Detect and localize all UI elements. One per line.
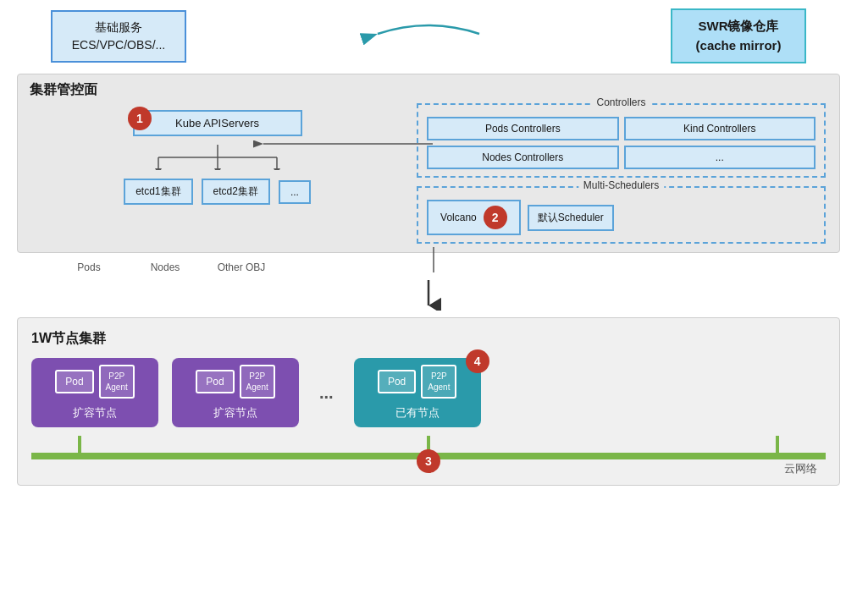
cloud-network-container: 3 云网络	[31, 436, 826, 476]
expand-label-1: 扩容节点	[73, 405, 117, 421]
nodes-label: Nodes	[127, 261, 203, 273]
pod-box-2: Pod	[196, 370, 234, 393]
pod-box-3: Pod	[378, 370, 416, 393]
nodes-row: Pod P2P Agent 扩容节点 Pod P2P Agent	[31, 358, 826, 427]
nodes-controllers-box: Nodes Controllers	[427, 146, 618, 169]
etcd2-box: etcd2集群	[202, 179, 270, 205]
kube-apiserver-box: Kube APIServers	[133, 110, 302, 136]
badge-2: 2	[484, 206, 507, 229]
p2p-box-2: P2P Agent	[240, 365, 275, 399]
nodes-ellipsis: ...	[312, 383, 340, 403]
kind-controllers-box: Kind Controllers	[624, 117, 816, 140]
node3-inner: Pod P2P Agent	[378, 365, 457, 399]
svg-marker-6	[155, 168, 162, 170]
main-container: 基础服务 ECS/VPC/OBS/... SWR镜像仓库 (cache mirr…	[0, 0, 857, 616]
arrow-down-container	[17, 280, 840, 311]
green-line-1	[78, 436, 81, 453]
default-scheduler-box: 默认Scheduler	[528, 205, 614, 231]
swr-line1: SWR镜像仓库	[699, 19, 779, 33]
basic-services-line1: 基础服务	[95, 20, 142, 34]
other-obj-label: Other OBJ	[203, 261, 279, 273]
cluster-panel-title: 集群管控面	[30, 81, 97, 99]
badge-4-container: 4	[466, 349, 489, 373]
badge-1: 1	[128, 107, 152, 130]
pods-controllers-box: Pods Controllers	[427, 117, 618, 140]
swr-arrow-svg	[344, 8, 513, 59]
expand-label-2: 扩容节点	[213, 405, 257, 421]
badge-3: 3	[417, 449, 440, 473]
svg-marker-8	[274, 168, 280, 170]
pod-box-1: Pod	[55, 370, 93, 393]
top-section: 基础服务 ECS/VPC/OBS/... SWR镜像仓库 (cache mirr…	[17, 8, 840, 63]
volcano-box: Volcano 2	[427, 200, 521, 235]
existing-label: 已有节点	[395, 405, 440, 421]
swr-line2: (cache mirror)	[696, 38, 782, 52]
basic-services-box: 基础服务 ECS/VPC/OBS/...	[51, 10, 186, 63]
down-arrow-svg	[416, 280, 441, 311]
green-line-3	[776, 436, 779, 453]
left-panel: Kube APIServers etcd1集群 etcd2集群 ...	[31, 86, 403, 244]
existing-node: 4 Pod P2P Agent 已有节点	[354, 358, 481, 427]
obj-labels-row: Pods Nodes Other OBJ	[17, 261, 840, 273]
obj-labels-container: Pods Nodes Other OBJ	[17, 261, 840, 273]
right-panel: Controllers Pods Controllers Kind Contro…	[417, 86, 826, 244]
node-cluster: 1W节点集群 Pod P2P Agent 扩容节点 Pod P2P	[17, 317, 840, 486]
etcd-ellipsis: ...	[279, 180, 311, 204]
schedulers-section: Multi-Schedulers Volcano 2 默认Scheduler	[417, 186, 826, 244]
swr-box: SWR镜像仓库 (cache mirror)	[671, 8, 806, 63]
multi-schedulers-label: Multi-Schedulers	[578, 179, 664, 191]
controllers-grid: Pods Controllers Kind Controllers Nodes …	[427, 117, 816, 169]
controllers-section: Controllers Pods Controllers Kind Contro…	[417, 103, 826, 178]
tree-lines-svg	[124, 145, 311, 170]
cluster-panel: 集群管控面 1 Kube APIServers etcd1集群	[17, 74, 840, 253]
expand-node-2: Pod P2P Agent 扩容节点	[172, 358, 299, 427]
node-cluster-title: 1W节点集群	[31, 330, 826, 348]
badge-4: 4	[466, 349, 489, 373]
node1-inner: Pod P2P Agent	[55, 365, 135, 399]
p2p-box-3: P2P Agent	[421, 365, 456, 399]
p2p-box-1: P2P Agent	[99, 365, 135, 399]
etcd1-box: etcd1集群	[124, 179, 192, 205]
node2-inner: Pod P2P Agent	[196, 365, 275, 399]
controllers-more: ...	[624, 146, 816, 169]
expand-node-1: Pod P2P Agent 扩容节点	[31, 358, 158, 427]
controllers-label: Controllers	[592, 96, 651, 108]
pods-label: Pods	[51, 261, 127, 273]
basic-services-line2: ECS/VPC/OBS/...	[72, 38, 165, 52]
svg-marker-7	[214, 168, 221, 170]
scheduler-row: Volcano 2 默认Scheduler	[427, 200, 816, 235]
etcd-row: etcd1集群 etcd2集群 ...	[124, 179, 311, 205]
